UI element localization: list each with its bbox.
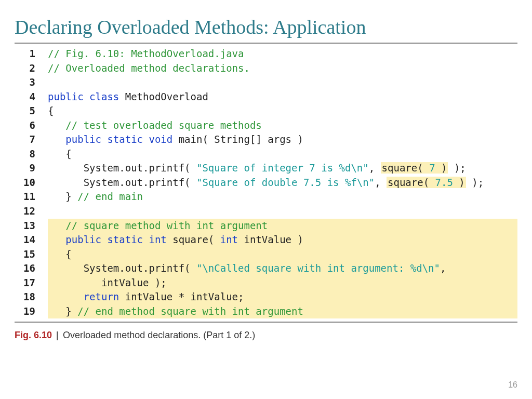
code-text: ,	[369, 162, 381, 174]
code-call: square(	[382, 162, 430, 174]
code-text: ,	[440, 262, 446, 274]
code-comment: // test overloaded square methods	[48, 119, 262, 131]
line-number: 5	[15, 104, 48, 118]
code-text: System.out.printf(	[48, 177, 196, 188]
code-text: );	[448, 162, 466, 174]
code-keyword: return	[48, 291, 125, 302]
line-number: 14	[15, 233, 48, 247]
code-line-highlighted: 13 // square method with int argument	[15, 219, 517, 233]
line-number: 18	[15, 290, 48, 304]
line-number: 16	[15, 261, 48, 276]
code-text: );	[466, 177, 484, 188]
code-line: 3	[15, 75, 517, 90]
code-line: 8 {	[15, 147, 517, 162]
line-number: 13	[15, 219, 48, 233]
code-keyword: public class	[48, 91, 125, 102]
line-number: 12	[15, 204, 48, 219]
code-string: "Square of integer 7 is %d\n"	[196, 162, 369, 174]
line-number: 4	[15, 90, 48, 104]
code-line: 6 // test overloaded square methods	[15, 118, 517, 133]
line-number: 11	[15, 190, 48, 204]
slide-title: Declaring Overloaded Methods: Applicatio…	[15, 16, 517, 38]
code-text: intValue );	[48, 276, 167, 290]
code-keyword: public static int	[48, 234, 172, 245]
code-text: System.out.printf(	[48, 262, 196, 274]
line-number: 8	[15, 147, 48, 162]
code-line: 1 // Fig. 6.10: MethodOverload.java	[15, 47, 517, 61]
code-comment: // Fig. 6.10: MethodOverload.java	[48, 48, 244, 59]
code-line-highlighted: 17 intValue );	[15, 276, 517, 290]
code-string: "\nCalled square with int argument: %d\n…	[196, 262, 440, 274]
code-comment: // square method with int argument	[48, 220, 268, 231]
line-number: 9	[15, 161, 48, 176]
line-number: 19	[15, 304, 48, 319]
code-brace: }	[48, 305, 77, 317]
code-line-highlighted: 18 return intValue * intValue;	[15, 290, 517, 304]
code-line: 4 public class MethodOverload	[15, 90, 517, 104]
code-call: )	[453, 177, 465, 188]
code-ident: MethodOverload	[125, 91, 208, 102]
code-line: 12	[15, 204, 517, 219]
code-brace: {	[48, 147, 72, 162]
page-number: 16	[508, 380, 517, 390]
code-number: 7	[429, 162, 435, 174]
code-ident: square(	[172, 234, 220, 245]
code-line: 2 // Overloaded method declarations.	[15, 61, 517, 76]
line-number: 1	[15, 47, 48, 61]
code-ident: intValue )	[244, 234, 303, 245]
code-text: intValue * intValue;	[125, 291, 244, 302]
code-text: System.out.printf(	[48, 162, 196, 174]
code-ident: main( String[] args )	[179, 134, 303, 145]
code-listing: 1 // Fig. 6.10: MethodOverload.java 2 //…	[15, 43, 517, 323]
code-line-highlighted: 15 {	[15, 247, 517, 262]
line-number: 6	[15, 118, 48, 133]
caption-text: Overloaded method declarations. (Part 1 …	[63, 330, 255, 340]
line-number: 10	[15, 176, 48, 190]
code-comment: // end main	[77, 191, 143, 202]
code-number: 7.5	[435, 177, 453, 188]
divider-icon: |	[56, 330, 59, 340]
code-line: 9 System.out.printf( "Square of integer …	[15, 161, 517, 176]
line-number: 3	[15, 75, 48, 90]
figure-caption: Fig. 6.10|Overloaded method declarations…	[15, 330, 517, 341]
code-line: 10 System.out.printf( "Square of double …	[15, 176, 517, 190]
code-string: "Square of double 7.5 is %f\n"	[196, 177, 375, 188]
code-brace: }	[48, 191, 77, 202]
code-line: 5 {	[15, 104, 517, 118]
code-comment: // Overloaded method declarations.	[48, 62, 250, 74]
line-number: 15	[15, 247, 48, 262]
line-number: 2	[15, 61, 48, 76]
code-line-highlighted: 19 } // end method square with int argum…	[15, 304, 517, 319]
line-number: 7	[15, 132, 48, 147]
code-brace: {	[48, 104, 54, 118]
code-line: 7 public static void main( String[] args…	[15, 132, 517, 147]
code-text: ,	[375, 177, 387, 188]
code-brace: {	[48, 247, 72, 262]
figure-label: Fig. 6.10	[15, 330, 52, 340]
code-line: 11 } // end main	[15, 190, 517, 204]
code-keyword: public static void	[48, 134, 179, 145]
code-call: )	[435, 162, 447, 174]
code-keyword: int	[220, 234, 244, 245]
code-line-highlighted: 14 public static int square( int intValu…	[15, 233, 517, 247]
line-number: 17	[15, 276, 48, 290]
code-comment: // end method square with int argument	[77, 305, 303, 317]
code-line-highlighted: 16 System.out.printf( "\nCalled square w…	[15, 261, 517, 276]
code-call: square(	[388, 177, 435, 188]
